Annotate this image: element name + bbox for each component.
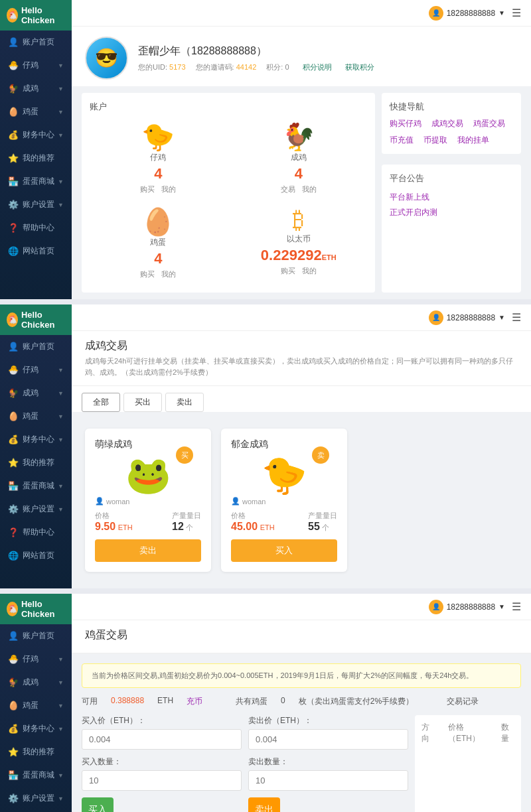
buy-qty-label: 买入数量： bbox=[82, 756, 242, 768]
sidebar3-item-settings[interactable]: ⚙️ 账户设置 ▼ bbox=[0, 787, 72, 810]
sidebar-item-help[interactable]: ❓ 帮助中心 bbox=[0, 216, 72, 239]
topbar-username-2: 18288888888 bbox=[447, 313, 495, 322]
ann-link-2[interactable]: 正式开启内测 bbox=[390, 205, 513, 220]
ann-link-1[interactable]: 平台新上线 bbox=[390, 190, 513, 205]
chick-my-link[interactable]: 我的 bbox=[161, 184, 176, 194]
buy-qty-input[interactable] bbox=[82, 770, 242, 791]
card2-action-btn[interactable]: 买入 bbox=[231, 539, 337, 562]
nav-link-buy-chick[interactable]: 购买仔鸡 bbox=[390, 118, 421, 129]
sell-price-input[interactable] bbox=[248, 729, 408, 750]
sell-price-row: 卖出价（ETH）： bbox=[248, 715, 408, 750]
buy-button[interactable]: 买入 bbox=[82, 797, 114, 812]
egg-trading-content: 当前为价格区间交易,鸡蛋初始交易价为0.004~0.005ETH，2019年9月… bbox=[72, 653, 531, 812]
sidebar2-item-help[interactable]: ❓ 帮助中心 bbox=[0, 521, 72, 544]
sidebar2-item-settings[interactable]: ⚙️ 账户设置 ▼ bbox=[0, 498, 72, 521]
hen-emoji: 🐓 bbox=[234, 123, 364, 150]
menu-icon[interactable]: ☰ bbox=[512, 7, 521, 19]
sidebar2-item-shop[interactable]: 🏪 蛋蛋商城 ▼ bbox=[0, 474, 72, 498]
profile-info: 歪帽少年（18288888888） 您的UID: 5173 您的邀请码: 441… bbox=[138, 44, 374, 72]
user-icon-2: 👤 bbox=[231, 497, 240, 506]
sidebar2-item-recommend[interactable]: ⭐ 我的推荐 bbox=[0, 451, 72, 474]
dashboard-grid: 账户 🐤 仔鸡 4 购买 我的 bbox=[72, 86, 531, 299]
trade-card-2: 郁金成鸡 卖 🐤 👤 woman 价格 45.00 bbox=[221, 429, 347, 572]
sell-price-col: 卖出价（ETH）： bbox=[248, 715, 408, 750]
menu-icon-3[interactable]: ☰ bbox=[512, 600, 521, 613]
sidebar2-item-hen[interactable]: 🐓 成鸡 ▼ bbox=[0, 381, 72, 405]
settings-icon: ⚙️ bbox=[8, 200, 19, 210]
buy-qty-row: 买入数量： bbox=[82, 756, 242, 791]
chicken-trading-title: 成鸡交易 bbox=[85, 339, 518, 353]
available-value: 0.388888 bbox=[111, 696, 144, 707]
sidebar3-item-finance[interactable]: 💰 财务中心 ▼ bbox=[0, 717, 72, 740]
sidebar2-item-chick[interactable]: 🐣 仔鸡 ▼ bbox=[0, 358, 72, 381]
sidebar3-item-hen[interactable]: 🐓 成鸡 ▼ bbox=[0, 671, 72, 694]
menu-icon-2[interactable]: ☰ bbox=[512, 311, 521, 324]
eth-buy-link[interactable]: 购买 bbox=[281, 266, 295, 276]
buy-price-label: 买入价（ETH）： bbox=[82, 715, 242, 726]
nav-link-my-orders[interactable]: 我的挂单 bbox=[457, 135, 489, 146]
announcement-title: 平台公告 bbox=[390, 172, 513, 184]
tab-sell[interactable]: 卖出 bbox=[165, 393, 204, 412]
topbar-username-3: 18288888888 bbox=[447, 602, 495, 612]
sidebar2-item-finance[interactable]: 💰 财务中心 ▼ bbox=[0, 428, 72, 451]
sidebar-logo-2[interactable]: 🐔 Hello Chicken bbox=[0, 304, 72, 335]
get-points-link[interactable]: 获取积分 bbox=[345, 62, 374, 72]
sidebar-logo-3[interactable]: 🐔 Hello Chicken bbox=[0, 594, 72, 624]
sidebar-logo[interactable]: 🐔 Hello Chicken bbox=[0, 0, 72, 31]
quick-nav-links: 购买仔鸡 成鸡交易 鸡蛋交易 币充值 币提取 我的挂单 bbox=[390, 118, 513, 146]
topbar: 👤 18288888888 ▼ ☰ bbox=[72, 0, 531, 27]
egg-name: 鸡蛋 bbox=[93, 237, 224, 248]
nav-link-hen-trade[interactable]: 成鸡交易 bbox=[431, 118, 463, 129]
chevron-3-1: ▼ bbox=[58, 656, 64, 663]
sidebar2-item-account-home[interactable]: 👤 账户首页 bbox=[0, 335, 72, 358]
nav-link-egg-trade[interactable]: 鸡蛋交易 bbox=[473, 118, 505, 129]
sell-button[interactable]: 卖出 bbox=[248, 797, 280, 812]
sell-qty-input[interactable] bbox=[248, 770, 408, 791]
egg-my-link[interactable]: 我的 bbox=[161, 269, 176, 279]
card1-qty: 12 bbox=[172, 521, 184, 532]
available-unit: ETH bbox=[157, 696, 173, 707]
sidebar-label-home: 网站首页 bbox=[23, 245, 54, 257]
sidebar-item-settings[interactable]: ⚙️ 账户设置 ▼ bbox=[0, 193, 72, 216]
egg-records-panel: 方向 价格（ETH） 数量 bbox=[415, 715, 521, 812]
recharge-link[interactable]: 充币 bbox=[187, 696, 202, 707]
hen-trade-link[interactable]: 交易 bbox=[281, 184, 295, 194]
egg-buy-link[interactable]: 购买 bbox=[140, 269, 155, 279]
chick-name: 仔鸡 bbox=[93, 152, 224, 163]
egg-account-item: 🥚 鸡蛋 4 购买 我的 bbox=[90, 203, 227, 285]
egg-actions: 购买 我的 bbox=[93, 269, 224, 279]
chevron-down-icon: ▼ bbox=[58, 62, 64, 69]
sidebar-item-egg[interactable]: 🥚 鸡蛋 ▼ bbox=[0, 100, 72, 123]
sidebar3-item-recommend[interactable]: ⭐ 我的推荐 bbox=[0, 740, 72, 764]
tab-all[interactable]: 全部 bbox=[82, 393, 120, 412]
sidebar3-item-shop[interactable]: 🏪 蛋蛋商城 ▼ bbox=[0, 764, 72, 787]
sidebar-item-account-home[interactable]: 👤 账户首页 bbox=[0, 31, 72, 54]
avatar-3: 👤 bbox=[429, 600, 443, 614]
sidebar2-item-home[interactable]: 🌐 网站首页 bbox=[0, 544, 72, 567]
sidebar3-item-chick[interactable]: 🐣 仔鸡 ▼ bbox=[0, 647, 72, 671]
sidebar-item-shop[interactable]: 🏪 蛋蛋商城 ▼ bbox=[0, 170, 72, 193]
eth-my-link[interactable]: 我的 bbox=[302, 266, 317, 276]
sidebar-item-home[interactable]: 🌐 网站首页 bbox=[0, 239, 72, 263]
buy-price-col: 买入价（ETH）： bbox=[82, 715, 242, 750]
chick-buy-link[interactable]: 购买 bbox=[140, 184, 155, 194]
sidebar2-item-egg[interactable]: 🥚 鸡蛋 ▼ bbox=[0, 405, 72, 428]
sidebar3-item-account[interactable]: 👤 账户首页 bbox=[0, 624, 72, 647]
hen-my-link[interactable]: 我的 bbox=[302, 184, 317, 194]
sidebar-item-finance[interactable]: 💰 财务中心 ▼ bbox=[0, 123, 72, 147]
card1-action-btn[interactable]: 卖出 bbox=[95, 539, 201, 562]
sidebar3-item-egg[interactable]: 🥚 鸡蛋 ▼ bbox=[0, 694, 72, 717]
buy-price-input[interactable] bbox=[82, 729, 242, 750]
egg-count: 4 bbox=[93, 250, 224, 267]
sidebar-item-recommend[interactable]: ⭐ 我的推荐 bbox=[0, 147, 72, 170]
sidebar-item-chick[interactable]: 🐣 仔鸡 ▼ bbox=[0, 54, 72, 77]
nav-link-recharge[interactable]: 币充值 bbox=[390, 135, 414, 146]
logo-icon-3: 🐔 bbox=[7, 602, 18, 616]
chevron-3-6: ▼ bbox=[58, 795, 64, 802]
egg-sell-section: 卖出价（ETH）： 卖出数量： 卖出 bbox=[248, 715, 408, 812]
points-desc-link[interactable]: 积分说明 bbox=[303, 62, 332, 72]
nav-link-withdraw[interactable]: 币提取 bbox=[423, 135, 447, 146]
trading-cards: 萌绿成鸡 买 🐸 👤 woman 价格 9.50 bbox=[75, 419, 528, 582]
sidebar-item-hen[interactable]: 🐓 成鸡 ▼ bbox=[0, 77, 72, 100]
tab-buy[interactable]: 买出 bbox=[123, 393, 162, 412]
